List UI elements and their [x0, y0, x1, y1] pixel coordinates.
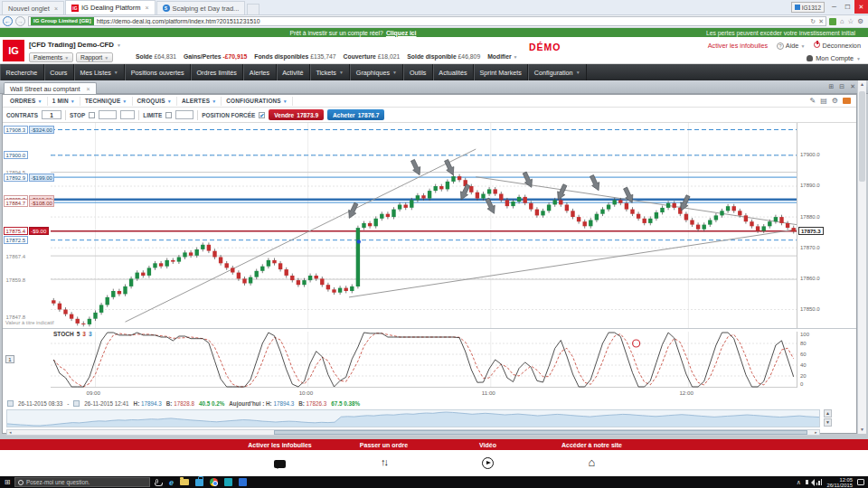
tooltip-bubble-icon[interactable] [843, 98, 851, 104]
menu-ordres[interactable]: ORDRES▼ [5, 97, 48, 106]
sell-button[interactable]: Vendre17873.9 [269, 109, 324, 120]
network-icon[interactable] [816, 479, 823, 485]
calendar-icon[interactable] [7, 400, 14, 407]
range-end[interactable]: 26-11-2015 12:41 [84, 400, 128, 407]
tray-expand-icon[interactable]: ∧ [797, 479, 801, 486]
nav-item-configuration[interactable]: Configuration▼ [528, 64, 587, 80]
menu-interval[interactable]: 1 MIN▼ [48, 97, 80, 106]
security-badge[interactable]: IG Group Limited [GB] [31, 17, 94, 25]
print-icon[interactable]: ▤ [820, 97, 827, 105]
address-field[interactable]: IG Group Limited [GB] https://demo-deal.… [28, 16, 826, 26]
range-start[interactable]: 26-11-2015 08:33 [18, 400, 62, 407]
promo-link[interactable]: Cliquez ici [386, 30, 417, 36]
settings-gear-icon[interactable]: ⚙ [832, 97, 838, 105]
action-center-icon[interactable] [857, 479, 864, 485]
price-level-label[interactable]: 17859.8 [4, 276, 28, 284]
my-account-menu[interactable]: Mon Compte ▼ [807, 54, 861, 62]
report-button[interactable]: Rapport▼ [76, 52, 113, 62]
back-icon[interactable]: ← [3, 16, 13, 26]
browser-tab-scalping[interactable]: S Scalping et Day trad... [156, 1, 246, 14]
calendar-icon[interactable] [73, 400, 80, 407]
chart-tab-wall-street[interactable]: Wall Street au comptant × [4, 82, 97, 94]
browser-tab-ig-platform[interactable]: IG IG Dealing Platform × [65, 0, 156, 14]
price-level-label[interactable]: 17872.5 [4, 236, 28, 244]
chat-bubble-icon[interactable] [274, 460, 286, 468]
help-menu[interactable]: ? Aide ▼ [777, 42, 805, 50]
price-level-label[interactable]: 17908.3-$324.00 [4, 126, 54, 134]
forced-position-checkbox[interactable]: ✔ [259, 112, 265, 118]
pane-index-badge[interactable]: 1 [5, 355, 14, 363]
close-icon[interactable]: × [54, 5, 58, 12]
forward-icon[interactable]: → [15, 16, 25, 26]
video-play-icon[interactable] [482, 457, 494, 469]
scroll-down-icon[interactable]: ▼ [858, 426, 866, 434]
modify-link[interactable]: Modifier ▼ [487, 53, 517, 60]
stoch-pane[interactable] [51, 332, 797, 388]
nav-item-cours[interactable]: Cours [44, 64, 74, 80]
price-level-label[interactable]: 17875.4-$9.00 [4, 227, 49, 235]
nav-item-positions-ouvertes[interactable]: Positions ouvertes [125, 64, 191, 80]
buy-button[interactable]: Acheter17876.7 [327, 109, 384, 120]
pane-divider[interactable] [3, 328, 856, 329]
zoom-out-button[interactable]: ▼ [824, 418, 832, 427]
nav-item-graphiques[interactable]: Graphiques▼ [350, 64, 403, 80]
menu-configurations[interactable]: CONFIGURATIONS▼ [222, 97, 293, 106]
price-level-label[interactable]: 17900.0 [4, 151, 28, 159]
price-level-label[interactable]: 17847.8 [4, 313, 28, 321]
stoch-indicator-label[interactable]: STOCH 5 3 3 [53, 331, 92, 337]
limit-checkbox[interactable] [165, 112, 172, 118]
microphone-icon[interactable] [156, 479, 158, 483]
settings-gear-icon[interactable]: ⚙ [857, 17, 863, 25]
app-icon-teal[interactable] [224, 478, 232, 486]
nav-item-recherche[interactable]: Recherche [0, 64, 44, 80]
app-icon-blue[interactable] [239, 478, 247, 486]
price-level-label[interactable]: 17892.9-$199.00 [4, 174, 54, 182]
internet-explorer-icon[interactable]: e [169, 478, 174, 487]
account-selector[interactable]: [CFD Trading] Demo-CFD ▼ [29, 41, 121, 49]
close-icon[interactable]: × [87, 86, 90, 92]
extension-icon[interactable] [829, 18, 836, 25]
footer-activate-tooltips[interactable]: Activer les infobulles [248, 442, 311, 448]
stop-checkbox[interactable] [89, 112, 95, 118]
payments-button[interactable]: Paiements▼ [29, 52, 73, 62]
activate-tooltips-link[interactable]: Activer les infobulles [708, 42, 769, 50]
cortana-search-input[interactable]: Posez-moi une question. [14, 477, 150, 487]
menu-alertes[interactable]: ALERTES▼ [177, 97, 222, 106]
stop-type-input[interactable] [120, 110, 135, 119]
nav-item-actualites[interactable]: Actualités [433, 64, 474, 80]
logout-link[interactable]: Déconnexion [814, 42, 861, 50]
chrome-icon[interactable] [210, 478, 218, 486]
contracts-input[interactable]: 1 [42, 110, 61, 119]
close-button[interactable]: ✕ [854, 0, 868, 14]
limit-level-input[interactable] [175, 110, 193, 119]
nav-item-tickets[interactable]: Tickets▼ [310, 64, 350, 80]
taskbar-clock[interactable]: 12:05 26/11/2015 [826, 477, 853, 488]
footer-place-order[interactable]: Passer un ordre [360, 442, 408, 448]
new-tab-button[interactable] [247, 4, 259, 14]
nav-item-ordres-limites[interactable]: Ordres limités [191, 64, 243, 80]
scroll-left-icon[interactable]: ◂ [7, 430, 14, 435]
price-chart[interactable] [51, 123, 797, 328]
nav-item-outils[interactable]: Outils [403, 64, 432, 80]
stop-icon[interactable]: ✕ [818, 18, 824, 25]
page-scrollbar[interactable]: ▲ ▼ [857, 80, 866, 434]
chart-horizontal-scrollbar[interactable]: ◂ ▸ [6, 429, 820, 436]
start-button[interactable]: ⊞ [0, 478, 14, 486]
footer-video[interactable]: Vidéo [479, 442, 496, 448]
price-axis[interactable]: 17900.017890.017880.017870.017860.017850… [797, 123, 827, 328]
ig-logo[interactable]: IG [3, 40, 24, 61]
scrollbar-thumb[interactable] [274, 430, 807, 435]
nav-item-alertes[interactable]: Alertes [243, 64, 276, 80]
scroll-right-icon[interactable]: ▸ [813, 430, 819, 435]
restore-icon[interactable]: ⊟ [839, 83, 844, 90]
volume-icon[interactable] [806, 480, 808, 484]
draw-pencil-icon[interactable]: ✎ [810, 97, 816, 105]
nav-item-activite[interactable]: Activité [277, 64, 310, 80]
close-icon[interactable]: ✕ [850, 83, 855, 90]
home-icon[interactable]: ⌂ [589, 454, 596, 471]
favorites-icon[interactable]: ☆ [848, 17, 854, 25]
zoom-in-button[interactable]: ▲ [824, 409, 832, 418]
scroll-up-icon[interactable]: ▲ [858, 80, 866, 89]
chart-navigator[interactable] [6, 409, 820, 427]
minimize-button[interactable]: ─ [827, 0, 841, 14]
